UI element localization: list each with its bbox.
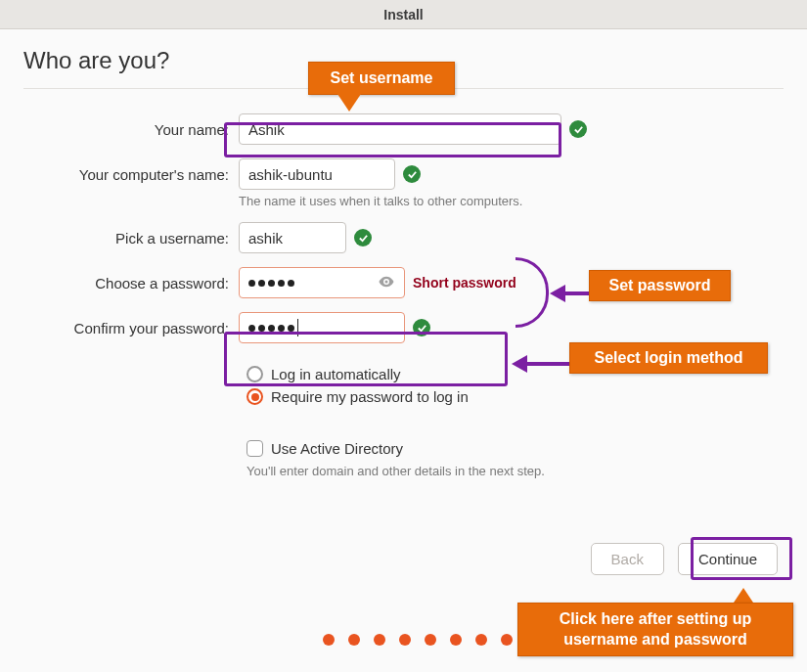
progress-dot — [374, 634, 385, 646]
arrow-icon — [550, 285, 593, 302]
active-directory-hint: You'll enter domain and other details in… — [247, 464, 776, 478]
confirm-password-input[interactable] — [239, 312, 405, 343]
callout-tail-icon — [337, 94, 361, 112]
radio-icon — [247, 388, 263, 405]
progress-dot — [501, 634, 513, 646]
progress-dot — [399, 634, 411, 646]
computer-name-input[interactable]: ashik-ubuntu — [239, 158, 395, 190]
progress-dots — [323, 634, 513, 646]
check-icon — [354, 229, 372, 246]
window-titlebar: Install — [0, 0, 807, 29]
callout-set-username: Set username — [308, 62, 455, 95]
active-directory-group: Use Active Directory You'll enter domain… — [239, 431, 784, 484]
continue-button[interactable]: Continue — [678, 543, 778, 575]
back-button[interactable]: Back — [591, 543, 664, 575]
arrow-icon — [512, 355, 571, 373]
main-content: Who are you? Your name: Ashik Your compu… — [0, 29, 807, 484]
eye-icon[interactable] — [378, 273, 395, 293]
callout-select-login: Select login method — [569, 342, 768, 374]
callout-click-continue: Click here after setting up username and… — [517, 603, 793, 656]
confirm-password-label: Confirm your password: — [23, 320, 239, 336]
password-strength-hint: Short password — [413, 275, 516, 291]
name-label: Your name: — [23, 121, 239, 138]
password-masked-value — [248, 280, 294, 287]
confirm-masked-value — [248, 319, 298, 336]
progress-dot — [425, 634, 436, 646]
option-require-password[interactable]: Require my password to log in — [247, 385, 776, 408]
username-input[interactable]: ashik — [239, 222, 346, 253]
check-icon — [413, 319, 430, 336]
window-title: Install — [383, 7, 423, 22]
password-input[interactable] — [239, 267, 405, 298]
password-label: Choose a password: — [23, 275, 239, 291]
progress-dot — [475, 634, 487, 646]
progress-dot — [348, 634, 360, 646]
callout-set-password: Set password — [589, 270, 731, 301]
computer-name-hint: The name it uses when it talks to other … — [239, 194, 784, 208]
username-label: Pick a username: — [23, 230, 239, 246]
progress-dot — [450, 634, 462, 646]
footer-buttons: Back Continue — [591, 543, 778, 575]
radio-icon — [247, 366, 263, 382]
computer-name-label: Your computer's name: — [23, 166, 239, 183]
name-input[interactable]: Ashik — [239, 113, 561, 145]
check-icon — [569, 120, 587, 138]
use-active-directory[interactable]: Use Active Directory — [247, 437, 776, 460]
progress-dot — [323, 634, 335, 646]
checkbox-icon — [247, 440, 263, 457]
check-icon — [403, 165, 421, 183]
